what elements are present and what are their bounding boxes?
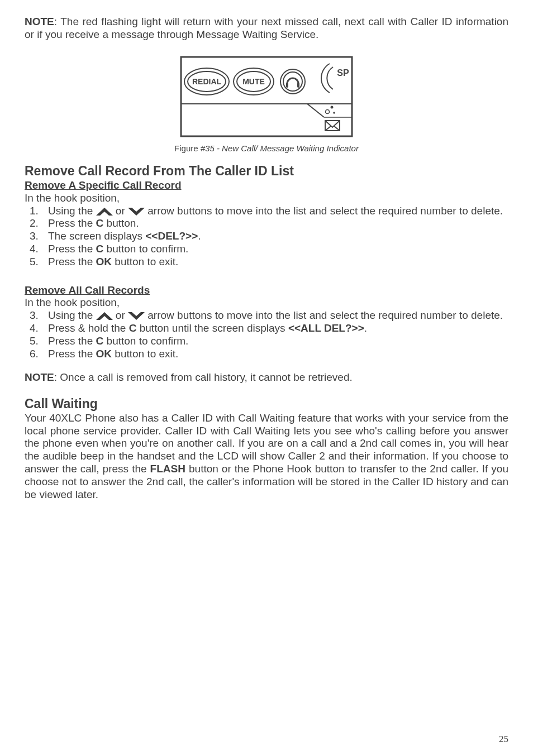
list-item: Using the or arrow buttons to move into … <box>41 309 508 322</box>
step-text: button to exit. <box>112 256 178 267</box>
svg-marker-19 <box>128 312 145 320</box>
figure-caption-text: #35 - New Call/ Message Waiting Indicato… <box>201 143 359 153</box>
list-item: Press the OK button to exit. <box>41 256 508 269</box>
step-key: C <box>96 243 104 255</box>
list-item: The screen displays <<DEL?>>. <box>41 230 508 243</box>
step-text: Press the <box>48 256 96 267</box>
step-text: . <box>364 322 367 334</box>
note-paragraph-2: NOTE: Once a call is removed from call h… <box>25 371 508 384</box>
step-text: Press the <box>48 348 96 360</box>
figure-caption: Figure #35 - New Call/ Message Waiting I… <box>25 143 508 154</box>
step-text: button to confirm. <box>103 243 188 255</box>
flash-key: FLASH <box>150 463 185 475</box>
note-text: : The red flashing light will return wit… <box>25 16 508 40</box>
note-label: NOTE <box>25 16 54 27</box>
step-text: button to exit. <box>112 348 178 360</box>
list-item: Using the or arrow buttons to move into … <box>41 205 508 218</box>
figure-caption-prefix: Figure <box>174 143 201 153</box>
list-item: Press the OK button to exit. <box>41 348 508 361</box>
step-text: Press & hold the <box>48 322 129 334</box>
step-key: <<ALL DEL?>> <box>288 322 364 334</box>
steps-list-all: Using the or arrow buttons to move into … <box>41 309 508 360</box>
step-text: Press the <box>48 243 96 255</box>
document-page: NOTE: The red flashing light will return… <box>0 0 533 756</box>
subsection-all: Remove All Call Records <box>25 284 508 297</box>
note-paragraph-1: NOTE: The red flashing light will return… <box>25 16 508 41</box>
step-text: The screen displays <box>48 230 145 242</box>
step-text: arrow buttons to move into the list and … <box>147 309 503 321</box>
step-text: button until the screen displays <box>136 322 288 334</box>
redial-button-label: REDIAL <box>192 77 222 86</box>
svg-point-8 <box>280 69 305 94</box>
svg-point-13 <box>326 109 330 113</box>
list-item: Press the C button. <box>41 217 508 230</box>
sp-button-label: SP <box>337 68 349 78</box>
lead-text-2: In the hook position, <box>25 296 508 309</box>
svg-marker-18 <box>96 312 113 320</box>
svg-rect-0 <box>181 57 352 136</box>
step-text: or <box>116 205 128 217</box>
note-text: : Once a call is removed from call histo… <box>54 371 353 383</box>
page-number: 25 <box>499 734 508 745</box>
subsection-specific: Remove A Specific Call Record <box>25 179 508 192</box>
step-text: . <box>198 230 201 242</box>
mute-button-label: MUTE <box>242 77 265 86</box>
step-key: C <box>129 322 137 334</box>
step-text: Using the <box>48 309 96 321</box>
step-text: button. <box>103 217 139 229</box>
step-text: Using the <box>48 205 96 217</box>
step-key: <<DEL?>> <box>145 230 198 242</box>
step-key: C <box>96 217 104 229</box>
list-item: Press the C button to confirm. <box>41 243 508 256</box>
section-title-callwaiting: Call Waiting <box>25 396 508 412</box>
step-key: OK <box>96 348 112 360</box>
step-text: arrow buttons to move into the list and … <box>147 205 503 217</box>
step-text: button to confirm. <box>103 335 188 347</box>
up-arrow-icon <box>96 312 113 320</box>
down-arrow-icon <box>128 208 145 216</box>
down-arrow-icon <box>128 312 145 320</box>
step-key: OK <box>96 256 112 267</box>
phone-button-diagram: REDIAL MUTE SP <box>180 56 353 137</box>
step-text: or <box>116 309 128 321</box>
svg-marker-17 <box>128 208 145 216</box>
steps-list-specific: Using the or arrow buttons to move into … <box>41 205 508 269</box>
note-label: NOTE <box>25 371 54 383</box>
list-item: Press the C button to confirm. <box>41 335 508 348</box>
svg-point-9 <box>283 72 302 91</box>
step-text: Press the <box>48 217 96 229</box>
step-key: C <box>96 335 104 347</box>
svg-marker-16 <box>96 208 113 216</box>
up-arrow-icon <box>96 208 113 216</box>
step-text: Press the <box>48 335 96 347</box>
list-item: Press & hold the C button until the scre… <box>41 322 508 335</box>
lead-text-1: In the hook position, <box>25 192 508 205</box>
svg-line-2 <box>307 104 324 117</box>
callwaiting-body: Your 40XLC Phone also has a Caller ID wi… <box>25 412 508 501</box>
svg-point-14 <box>333 112 335 114</box>
section-title-remove: Remove Call Record From The Caller ID Li… <box>25 164 508 179</box>
svg-point-12 <box>331 106 334 108</box>
figure-container: REDIAL MUTE SP Figur <box>25 56 508 154</box>
